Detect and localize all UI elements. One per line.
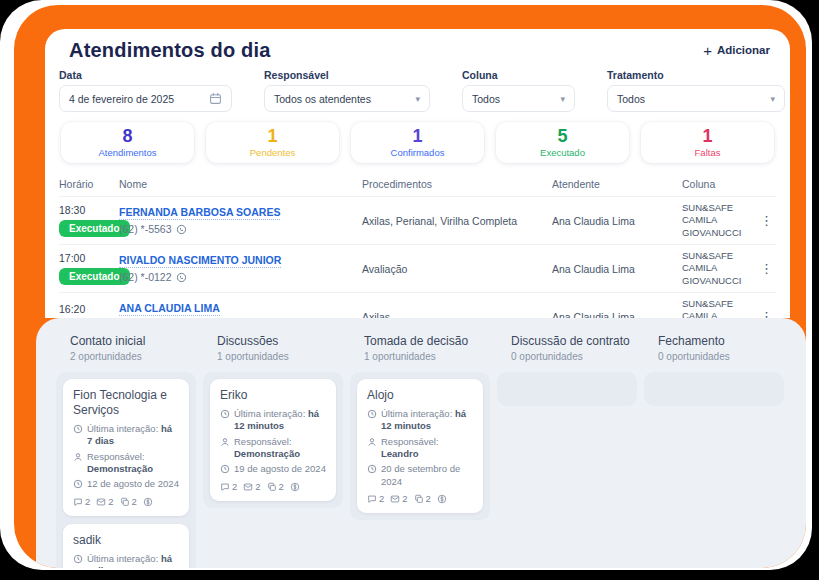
row-menu-button[interactable]: ⋮: [760, 245, 776, 293]
stat-value: 1: [412, 127, 422, 146]
card-date: 20 de setembro de 2024: [367, 463, 473, 488]
date-value: 4 de fevereiro de 2025: [69, 93, 174, 105]
patient-phone: (62) *-0122: [119, 271, 358, 283]
clock-icon: [367, 409, 377, 419]
column-count: 0 oportunidades: [511, 351, 637, 362]
row-menu-button[interactable]: ⋮: [760, 197, 776, 245]
app-header: Atendimentos do dia + Adicionar: [59, 35, 776, 65]
column-title: Tomada de decisão: [364, 334, 490, 348]
clock-icon: [220, 464, 230, 474]
person-icon: [220, 437, 230, 447]
patient-name-link[interactable]: ANA CLAUDIA LIMA: [119, 302, 220, 316]
treatment-select[interactable]: Todos ▾: [607, 85, 785, 112]
clock-icon: [367, 464, 377, 474]
kanban-card[interactable]: Eriko Última interação: há 12 minutos Re…: [210, 379, 336, 501]
attendant-cell: Ana Claudia Lima: [552, 293, 682, 318]
add-button-label: Adicionar: [717, 44, 770, 56]
column-title: Contato inicial: [70, 334, 196, 348]
stat-value: 1: [702, 127, 712, 146]
card-last-interaction: Última interação: há 12 minutos: [367, 408, 473, 433]
stat-faltas[interactable]: 1 Faltas: [641, 122, 774, 163]
copy-icon: [120, 497, 130, 507]
row-menu-button[interactable]: ⋮: [760, 293, 776, 318]
column-select[interactable]: Todos ▾: [462, 85, 575, 112]
stat-pendentes[interactable]: 1 Pendentes: [206, 122, 339, 163]
card-activity-icons: 2 2 2: [220, 481, 326, 492]
mail-icon: [243, 482, 253, 492]
col-header-menu: [760, 171, 776, 197]
column-count: 1 oportunidades: [217, 351, 343, 362]
column-title: Fechamento: [658, 334, 784, 348]
table-row: 18:30 Executado FERNANDA BARBOSA SOARES …: [59, 197, 776, 245]
responsible-select[interactable]: Todos os atendentes ▾: [264, 85, 430, 112]
person-icon: [73, 452, 83, 462]
card-title: Fion Tecnologia e Serviços: [73, 388, 179, 418]
chevron-down-icon: ▾: [415, 94, 420, 104]
chat-icon: [367, 494, 377, 504]
kanban-card[interactable]: sadik Última interação: há 7 dias Respon…: [63, 524, 189, 568]
appointment-time: 18:30: [59, 204, 115, 216]
card-responsible: Responsável: Demonstração: [73, 451, 179, 476]
clock-icon: [73, 424, 83, 434]
stats-row: 8 Atendimentos 1 Pendentes 1 Confirmados…: [61, 122, 774, 163]
date-input[interactable]: 4 de fevereiro de 2025: [59, 85, 232, 112]
filter-treatment: Tratamento Todos ▾: [607, 69, 785, 112]
page-title: Atendimentos do dia: [69, 39, 271, 62]
stat-value: 1: [267, 127, 277, 146]
filters-bar: Data 4 de fevereiro de 2025 Responsável …: [59, 69, 776, 112]
mail-icon: [96, 497, 106, 507]
stat-value: 5: [557, 127, 567, 146]
col-header-procedimentos: Procedimentos: [362, 171, 552, 197]
filter-responsible: Responsável Todos os atendentes ▾: [264, 69, 430, 112]
dollar-icon: [437, 494, 447, 504]
card-responsible: Responsável: Leandro: [367, 436, 473, 461]
patient-name-link[interactable]: FERNANDA BARBOSA SOARES: [119, 206, 280, 220]
clock-icon: [73, 479, 83, 489]
table-row: 17:00 Executado RIVALDO NASCIMENTO JUNIO…: [59, 245, 776, 293]
patient-name-link[interactable]: RIVALDO NASCIMENTO JUNIOR: [119, 254, 281, 268]
kanban-column-tomada-de-decisao: Tomada de decisão 1 oportunidades Alojo …: [350, 332, 490, 568]
kanban-column-discussao-de-contrato: Discussão de contrato 0 oportunidades: [497, 332, 637, 568]
treatment-value: Todos: [617, 93, 645, 105]
plus-icon: +: [703, 43, 712, 58]
app-window: Atendimentos do dia + Adicionar Data 4 d…: [45, 29, 790, 318]
filter-treatment-label: Tratamento: [607, 69, 785, 81]
column-title: Discussão de contrato: [511, 334, 637, 348]
procedures-cell: Axilas, Perianal, Virilha Completa: [362, 197, 552, 245]
clock-icon: [73, 554, 83, 564]
column-track: Eriko Última interação: há 12 minutos Re…: [203, 372, 343, 508]
card-title: Eriko: [220, 388, 326, 403]
copy-icon: [267, 482, 277, 492]
col-header-atendente: Atendente: [552, 171, 682, 197]
kanban-card[interactable]: Fion Tecnologia e Serviços Última intera…: [63, 379, 189, 516]
column-track-empty: [497, 372, 637, 406]
col-header-horario: Horário: [59, 171, 119, 197]
procedures-cell: Avaliação: [362, 245, 552, 293]
whatsapp-icon[interactable]: [176, 272, 187, 283]
stat-atendimentos[interactable]: 8 Atendimentos: [61, 122, 194, 163]
column-title: Discussões: [217, 334, 343, 348]
attendant-cell: Ana Claudia Lima: [552, 245, 682, 293]
card-activity-icons: 2 2 2: [367, 493, 473, 504]
column-track: Alojo Última interação: há 12 minutos Re…: [350, 372, 490, 520]
column-count: 2 oportunidades: [70, 351, 196, 362]
stat-label: Pendentes: [250, 147, 295, 158]
filter-date: Data 4 de fevereiro de 2025: [59, 69, 232, 112]
stat-confirmados[interactable]: 1 Confirmados: [351, 122, 484, 163]
card-date: 12 de agosto de 2024: [73, 478, 179, 490]
mail-icon: [390, 494, 400, 504]
stat-label: Confirmados: [391, 147, 445, 158]
col-header-nome: Nome: [119, 171, 362, 197]
kanban-card[interactable]: Alojo Última interação: há 12 minutos Re…: [357, 379, 483, 513]
attendant-cell: Ana Claudia Lima: [552, 197, 682, 245]
filter-column-label: Coluna: [462, 69, 575, 81]
calendar-icon[interactable]: [209, 92, 222, 105]
patient-phone: (62) *-5563: [119, 223, 358, 235]
column-cell: SUN&SAFE CAMILA GIOVANUCCI: [682, 293, 760, 318]
whatsapp-icon[interactable]: [176, 224, 187, 235]
column-value: Todos: [472, 93, 500, 105]
dollar-icon: [290, 482, 300, 492]
add-button[interactable]: + Adicionar: [703, 43, 770, 58]
stat-executado[interactable]: 5 Executado: [496, 122, 629, 163]
filter-responsible-label: Responsável: [264, 69, 430, 81]
